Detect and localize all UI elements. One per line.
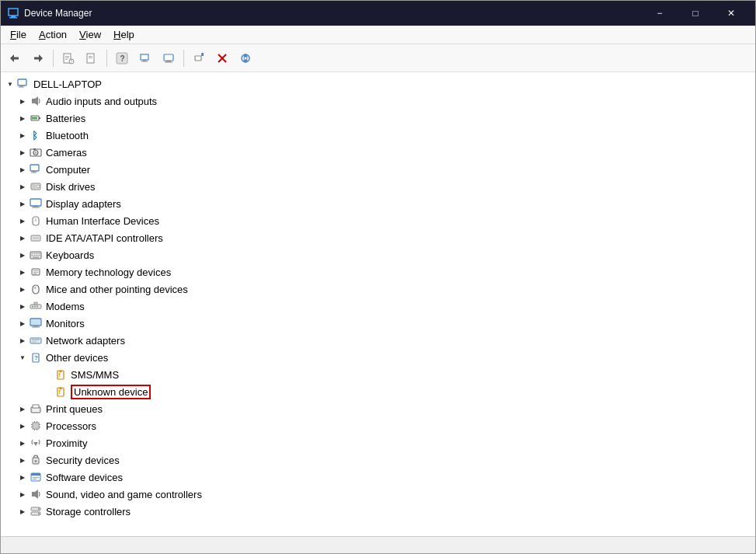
tree-item-storage[interactable]: ▶ Storage controllers: [1, 503, 755, 520]
menu-view[interactable]: View: [73, 26, 107, 44]
toolbar-monitor-button[interactable]: [158, 47, 179, 69]
tree-item-hid[interactable]: ▶ Human Interface Devices: [1, 212, 755, 229]
device-manager-window: Device Manager − □ ✕ File Action View He…: [0, 0, 756, 554]
tree-item-other[interactable]: ▼ ? Other devices: [1, 349, 755, 366]
modems-icon: [29, 299, 43, 313]
toolbar-add-hardware-button[interactable]: [188, 47, 210, 69]
tree-item-mice[interactable]: ▶ Mice and other pointing devices: [1, 280, 755, 298]
tree-item-sms[interactable]: ▶ ! SMS/MMS: [1, 366, 755, 383]
tree-item-network[interactable]: ▶ Network adapters: [1, 332, 755, 349]
svg-rect-24: [195, 56, 201, 61]
proximity-expand-icon[interactable]: ▶: [16, 437, 29, 449]
toolbar-refresh-button[interactable]: [235, 47, 256, 69]
hid-expand-icon[interactable]: ▶: [16, 214, 29, 227]
toolbar-update-driver-button[interactable]: [81, 47, 103, 69]
svg-rect-113: [31, 473, 40, 476]
memory-icon: [29, 265, 43, 279]
main-content: ▼ DELL-LAPTOP ▶: [1, 72, 755, 536]
tree-item-ide[interactable]: ▶ IDE ATA/ATAPI controllers: [1, 229, 755, 246]
memory-expand-icon[interactable]: ▶: [16, 266, 29, 278]
tree-item-audio[interactable]: ▶ Audio inputs and outputs: [1, 92, 755, 110]
menu-help-label: Help: [113, 29, 134, 40]
display-expand-icon[interactable]: ▶: [16, 197, 29, 210]
tree-view[interactable]: ▼ DELL-LAPTOP ▶: [1, 72, 755, 536]
tree-item-proximity[interactable]: ▶ Proximity: [1, 434, 755, 451]
security-expand-icon[interactable]: ▶: [16, 454, 29, 466]
svg-rect-65: [34, 255, 36, 256]
tree-item-keyboards[interactable]: ▶ Keyboards: [1, 246, 755, 263]
tree-item-software[interactable]: ▶ Software devices: [1, 469, 755, 486]
software-expand-icon[interactable]: ▶: [16, 471, 29, 483]
ide-expand-icon[interactable]: ▶: [16, 232, 29, 244]
audio-expand-icon[interactable]: ▶: [16, 95, 29, 107]
toolbar-remove-button[interactable]: [211, 47, 233, 69]
disk-expand-icon[interactable]: ▶: [16, 180, 29, 193]
title-bar: Device Manager − □ ✕: [1, 1, 755, 26]
svg-rect-71: [33, 272, 38, 273]
storage-icon: [29, 504, 43, 518]
tree-item-monitors[interactable]: ▶ Monitors: [1, 315, 755, 332]
other-expand-icon[interactable]: ▼: [16, 351, 29, 364]
processors-expand-icon[interactable]: ▶: [16, 420, 29, 432]
cameras-expand-icon[interactable]: ▶: [16, 146, 29, 159]
tree-item-cameras[interactable]: ▶ Cameras: [1, 144, 755, 161]
svg-rect-104: [39, 424, 40, 425]
software-icon: [29, 470, 43, 484]
tree-item-print[interactable]: ▶ Print queues: [1, 400, 755, 417]
menu-file[interactable]: File: [4, 26, 33, 44]
svg-rect-48: [31, 172, 37, 173]
svg-rect-67: [39, 255, 40, 256]
toolbar-properties-button[interactable]: ?: [57, 47, 79, 69]
keyboards-expand-icon[interactable]: ▶: [16, 249, 29, 261]
audio-label: Audio inputs and outputs: [46, 96, 157, 107]
minimize-button[interactable]: −: [642, 1, 678, 26]
svg-point-79: [37, 306, 38, 308]
sound-expand-icon[interactable]: ▶: [16, 488, 29, 500]
svg-rect-56: [35, 218, 37, 221]
svg-rect-52: [30, 199, 41, 206]
print-expand-icon[interactable]: ▶: [16, 402, 29, 415]
storage-expand-icon[interactable]: ▶: [16, 505, 29, 517]
mice-expand-icon[interactable]: ▶: [16, 283, 29, 295]
help-icon: ?: [116, 52, 128, 64]
modems-expand-icon[interactable]: ▶: [16, 300, 29, 312]
tree-item-security[interactable]: ▶ Security devices: [1, 451, 755, 469]
batteries-expand-icon[interactable]: ▶: [16, 112, 29, 124]
back-icon: [9, 53, 20, 64]
tree-item-sound[interactable]: ▶ Sound, video and game controllers: [1, 486, 755, 503]
display-icon: [29, 197, 43, 211]
bluetooth-expand-icon[interactable]: ▶: [16, 129, 29, 141]
toolbar-help-button[interactable]: ?: [111, 47, 133, 69]
root-expand-icon[interactable]: ▼: [4, 78, 16, 90]
monitors-expand-icon[interactable]: ▶: [16, 317, 29, 329]
tree-item-disk[interactable]: ▶ Disk drives: [1, 178, 755, 195]
svg-rect-105: [39, 427, 40, 427]
maximize-button[interactable]: □: [678, 1, 713, 26]
toolbar-forward-button[interactable]: [27, 47, 49, 69]
tree-item-display[interactable]: ▶ Display adapters: [1, 195, 755, 212]
tree-item-bluetooth[interactable]: ▶ ᛒ Bluetooth: [1, 127, 755, 144]
close-button[interactable]: ✕: [713, 1, 749, 26]
toolbar-computer-button[interactable]: [134, 47, 156, 69]
svg-rect-21: [164, 54, 173, 61]
network-expand-icon[interactable]: ▶: [16, 334, 29, 347]
tree-item-unknown[interactable]: ▶ ! Unknown device: [1, 383, 755, 400]
svg-rect-82: [33, 326, 38, 327]
toolbar-back-button[interactable]: [4, 47, 26, 69]
tree-item-processors[interactable]: ▶ Processors: [1, 417, 755, 434]
menu-help[interactable]: Help: [107, 26, 141, 44]
tree-item-computer[interactable]: ▶ Computer: [1, 161, 755, 178]
storage-label: Storage controllers: [46, 506, 131, 517]
tree-item-modems[interactable]: ▶ Modems: [1, 298, 755, 315]
tree-item-batteries[interactable]: ▶ Batteries: [1, 110, 755, 127]
sms-label: SMS/MMS: [71, 369, 119, 381]
svg-rect-6: [34, 57, 40, 59]
tree-item-memory[interactable]: ▶ Memory technology devices: [1, 263, 755, 280]
menu-action[interactable]: Action: [33, 26, 73, 44]
print-icon: [29, 402, 43, 416]
title-bar-title: Device Manager: [24, 8, 642, 19]
tree-root[interactable]: ▼ DELL-LAPTOP: [1, 75, 755, 92]
svg-rect-108: [34, 429, 35, 430]
svg-rect-103: [31, 427, 33, 427]
computer-expand-icon[interactable]: ▶: [16, 163, 29, 176]
